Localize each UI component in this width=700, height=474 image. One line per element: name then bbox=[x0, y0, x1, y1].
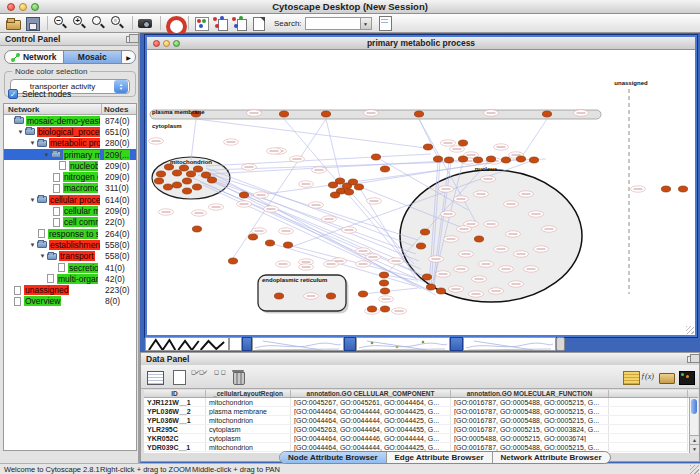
graph-node[interactable] bbox=[274, 293, 283, 299]
scroll-up-icon[interactable]: ▲ bbox=[690, 435, 699, 444]
graph-node[interactable] bbox=[414, 111, 423, 117]
graph-node[interactable] bbox=[248, 234, 257, 240]
select-nodes-checkbox[interactable]: ✓ bbox=[8, 89, 18, 99]
graph-node[interactable] bbox=[426, 284, 435, 290]
graph-node[interactable] bbox=[367, 306, 376, 312]
tree-row[interactable]: nitrogen compou209(0) bbox=[4, 171, 136, 182]
graph-node[interactable] bbox=[433, 156, 442, 162]
network-view-window[interactable]: primary metabolic process plasma membran… bbox=[145, 35, 697, 337]
column-header[interactable]: _cellularLayoutRegion bbox=[206, 390, 291, 397]
advanced-search-icon[interactable] bbox=[376, 15, 392, 31]
graph-node[interactable] bbox=[354, 184, 363, 190]
background-window-fragment[interactable] bbox=[463, 337, 556, 351]
delete-attribute-icon[interactable] bbox=[230, 369, 246, 385]
import-network-icon[interactable] bbox=[212, 15, 228, 31]
graph-node[interactable] bbox=[279, 111, 288, 117]
new-attribute-icon[interactable] bbox=[171, 369, 187, 385]
tree-row[interactable]: response to stimulu264(0) bbox=[4, 228, 136, 239]
graph-node[interactable] bbox=[154, 178, 163, 184]
tree-row[interactable]: unassigned223(0) bbox=[4, 284, 136, 295]
graph-node[interactable] bbox=[516, 156, 525, 162]
table-row[interactable]: YPL036W__2plasma membrane[GO:0044464, GO… bbox=[144, 407, 698, 416]
attribute-table-icon[interactable] bbox=[147, 369, 163, 385]
close-window-icon[interactable] bbox=[7, 3, 15, 11]
expander-icon[interactable]: ▼ bbox=[28, 242, 37, 248]
tab-node-attribute-browser[interactable]: Node Attribute Browser bbox=[280, 452, 387, 463]
table-row[interactable]: YJR121W__1mitochondrion[GO:0045267, GO:0… bbox=[144, 398, 698, 407]
graph-node[interactable] bbox=[444, 157, 453, 163]
graph-node[interactable] bbox=[420, 229, 429, 235]
graph-node[interactable] bbox=[163, 184, 172, 190]
network-canvas[interactable]: plasma membranecytoplasmmitochondrionnuc… bbox=[147, 50, 695, 335]
background-window-fragment[interactable] bbox=[556, 337, 565, 351]
expander-icon[interactable]: ▼ bbox=[28, 140, 37, 146]
graph-node[interactable] bbox=[193, 166, 202, 172]
graph-node[interactable] bbox=[501, 157, 510, 163]
graph-node[interactable] bbox=[265, 240, 274, 246]
tree-row[interactable]: ▼establishment of lo558(0) bbox=[4, 239, 136, 250]
graph-node[interactable] bbox=[192, 184, 201, 190]
graph-node[interactable] bbox=[172, 182, 181, 188]
graph-node[interactable] bbox=[228, 258, 237, 264]
zoom-fit-icon[interactable]: ▫ bbox=[109, 15, 125, 31]
zoom-in-icon[interactable]: + bbox=[71, 15, 87, 31]
attribute-matrix-icon[interactable] bbox=[678, 369, 694, 385]
close-window-icon[interactable] bbox=[153, 40, 160, 47]
tree-header-nodes[interactable]: Nodes bbox=[104, 105, 128, 114]
table-scrollbar[interactable]: ▲ ▼ bbox=[689, 398, 698, 453]
graph-node[interactable] bbox=[529, 157, 538, 163]
background-window-fragment[interactable] bbox=[229, 337, 242, 351]
function-builder-icon[interactable]: ƒ(x) bbox=[641, 369, 657, 385]
background-window-fragment[interactable] bbox=[356, 337, 450, 351]
graph-node[interactable] bbox=[326, 293, 335, 299]
select-attributes-icon[interactable] bbox=[191, 369, 207, 385]
expander-icon[interactable]: ▼ bbox=[42, 152, 51, 158]
tree-row[interactable]: cell communicat22(0) bbox=[4, 217, 136, 228]
expander-icon[interactable]: ▼ bbox=[16, 129, 25, 135]
graph-node[interactable] bbox=[380, 306, 389, 312]
graph-node[interactable] bbox=[239, 192, 248, 198]
column-header[interactable] bbox=[609, 390, 688, 397]
snapshot-camera-icon[interactable] bbox=[137, 15, 153, 31]
search-input[interactable] bbox=[305, 17, 361, 30]
tree-row[interactable]: ▼cellular process614(0) bbox=[4, 194, 136, 205]
help-ring-icon[interactable] bbox=[165, 15, 181, 31]
tree-row[interactable]: macromolecule311(0) bbox=[4, 183, 136, 194]
graph-node[interactable] bbox=[156, 171, 165, 177]
resize-grip-icon[interactable] bbox=[686, 326, 694, 334]
unselect-attributes-icon[interactable] bbox=[214, 369, 230, 385]
tab-edge-attribute-browser[interactable]: Edge Attribute Browser bbox=[387, 452, 493, 463]
column-header[interactable]: annotation.GO CELLULAR_COMPONENT bbox=[291, 390, 451, 397]
network-window-titlebar[interactable]: primary metabolic process bbox=[147, 37, 695, 50]
tree-row[interactable]: secretion41(0) bbox=[4, 262, 136, 273]
graph-node[interactable] bbox=[192, 226, 201, 232]
search-dropdown-arrow-icon[interactable]: ▼ bbox=[361, 17, 372, 30]
tree-row[interactable]: cellular metabol209(0) bbox=[4, 205, 136, 216]
save-icon[interactable] bbox=[24, 15, 40, 31]
graph-node[interactable] bbox=[380, 166, 389, 172]
zoom-window-icon[interactable] bbox=[31, 3, 39, 11]
tree-row[interactable]: ▼metabolic process280(0) bbox=[4, 138, 136, 149]
graph-node[interactable] bbox=[486, 156, 495, 162]
scroll-down-icon[interactable]: ▼ bbox=[690, 444, 699, 453]
graph-node[interactable] bbox=[422, 274, 431, 280]
tree-row[interactable]: multi-organism pro42(0) bbox=[4, 273, 136, 284]
zoom-window-icon[interactable] bbox=[173, 40, 180, 47]
graph-node[interactable] bbox=[207, 177, 216, 183]
graph-node[interactable] bbox=[172, 170, 181, 176]
graph-node[interactable] bbox=[186, 171, 195, 177]
graph-node[interactable] bbox=[358, 291, 367, 297]
table-row[interactable]: YLR295Ccytoplasm[GO:0045263, GO:0044464,… bbox=[144, 425, 698, 434]
graph-node[interactable] bbox=[458, 156, 467, 162]
background-window-fragment[interactable] bbox=[344, 337, 356, 351]
minimize-window-icon[interactable] bbox=[163, 40, 170, 47]
graph-node[interactable] bbox=[423, 144, 432, 150]
tab-mosaic[interactable]: Mosaic bbox=[63, 51, 123, 63]
tab-network-attribute-browser[interactable]: Network Attribute Browser bbox=[493, 452, 610, 463]
graph-node[interactable] bbox=[335, 178, 344, 184]
graph-node[interactable] bbox=[379, 272, 388, 278]
graph-node[interactable] bbox=[344, 189, 353, 195]
tree-row[interactable]: nucleobase-cont209(0) bbox=[4, 160, 136, 171]
graph-node[interactable] bbox=[321, 111, 330, 117]
annotation-page-icon[interactable] bbox=[250, 15, 266, 31]
